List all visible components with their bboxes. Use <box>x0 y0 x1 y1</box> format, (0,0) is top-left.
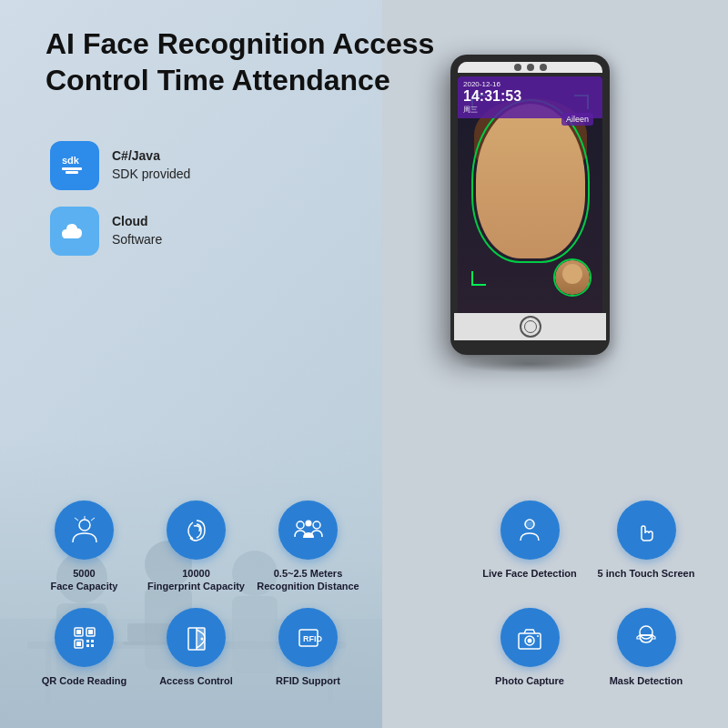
svg-rect-25 <box>88 630 93 634</box>
svg-point-43 <box>528 638 532 642</box>
badges-section: sdk C#/Java SDK provided Cloud Software <box>50 141 190 272</box>
cloud-badge: Cloud Software <box>50 207 190 256</box>
sdk-svg: sdk <box>58 149 91 182</box>
feature-qr-code: QR Code Reading <box>32 601 136 701</box>
face-capacity-label: 5000Face Capacity <box>51 567 118 593</box>
feature-live-face-detection: Live Face Detection <box>475 493 584 593</box>
cloud-text: Cloud Software <box>112 213 162 248</box>
fingerprint-capacity-icon <box>167 500 226 560</box>
access-control-icon <box>167 608 226 667</box>
svg-rect-30 <box>86 644 89 647</box>
title-line1: AI Face Recognition Access <box>46 25 434 62</box>
sdk-badge: sdk C#/Java SDK provided <box>50 141 190 190</box>
photo-capture-label: Photo Capture <box>495 674 564 687</box>
svg-rect-28 <box>86 640 89 642</box>
svg-line-16 <box>75 518 78 521</box>
svg-rect-14 <box>66 171 78 174</box>
sdk-icon: sdk <box>50 141 99 190</box>
face-capacity-icon <box>55 500 114 560</box>
svg-rect-27 <box>76 642 81 646</box>
page-container: AI Face Recognition Access Control Time … <box>0 0 728 728</box>
live-face-detection-icon <box>500 500 560 560</box>
feature-mask-detection: Mask Detection <box>592 601 701 701</box>
recognition-distance-label: 0.5~2.5 MetersRecognition Distance <box>257 567 359 593</box>
avatar-inner <box>555 260 590 295</box>
recognized-avatar <box>553 258 592 297</box>
fingerprint-capacity-label: 10000Fingerprint Capacity <box>147 567 245 593</box>
device-shadow <box>460 355 601 373</box>
device-date: 2020-12-16 <box>463 80 597 88</box>
device-name-display: Aileen <box>561 113 593 126</box>
feature-access-control: Access Control <box>144 601 248 701</box>
mask-detection-label: Mask Detection <box>610 674 683 687</box>
device-top-bar <box>458 62 602 73</box>
sensor-3 <box>540 64 547 71</box>
touch-screen-icon <box>617 500 676 560</box>
feature-recognition-distance: 0.5~2.5 MetersRecognition Distance <box>256 493 360 593</box>
device-screen: 2020-12-16 14:31:53 周三 Aileen <box>458 76 602 313</box>
qr-code-label: QR Code Reading <box>42 674 127 687</box>
rfid-label: RFID Support <box>276 674 340 687</box>
feature-fingerprint-capacity: 10000Fingerprint Capacity <box>144 493 248 593</box>
recognition-distance-icon <box>278 500 338 560</box>
device-wrapper: 2020-12-16 14:31:53 周三 Aileen <box>450 55 610 355</box>
svg-rect-23 <box>76 630 81 634</box>
svg-text:sdk: sdk <box>62 155 80 166</box>
features-left-section: 5000Face Capacity 10000Fingerprint Capac… <box>32 493 360 701</box>
svg-point-19 <box>297 521 304 529</box>
svg-point-15 <box>79 520 90 531</box>
svg-rect-31 <box>91 644 94 647</box>
mask-detection-icon <box>617 608 676 667</box>
face-recognition-device: 2020-12-16 14:31:53 周三 Aileen <box>450 55 610 355</box>
feature-face-capacity: 5000Face Capacity <box>32 493 136 593</box>
svg-point-21 <box>305 520 311 526</box>
feature-touch-screen: 5 inch Touch Screen <box>592 493 701 593</box>
screen-content: 2020-12-16 14:31:53 周三 Aileen <box>458 76 602 313</box>
sensor-1 <box>514 64 521 71</box>
cloud-icon <box>50 207 99 256</box>
rfid-icon: RFID <box>278 608 338 667</box>
feature-rfid: RFID RFID Support <box>256 601 360 701</box>
svg-rect-13 <box>62 167 82 170</box>
photo-capture-icon <box>500 608 560 667</box>
device-time: 14:31:53 <box>463 88 597 105</box>
svg-point-44 <box>537 635 539 637</box>
svg-line-17 <box>91 518 95 521</box>
touch-screen-label: 5 inch Touch Screen <box>598 567 695 580</box>
feature-photo-capture: Photo Capture <box>475 601 584 701</box>
sdk-text: C#/Java SDK provided <box>112 147 190 183</box>
device-fingerprint-area <box>454 313 606 340</box>
svg-rect-29 <box>91 640 94 642</box>
fingerprint-inner <box>524 320 537 333</box>
fingerprint-sensor <box>520 316 541 338</box>
svg-point-45 <box>640 626 652 639</box>
scan-corner-bl <box>471 271 486 286</box>
live-face-detection-label: Live Face Detection <box>482 567 576 580</box>
access-control-label: Access Control <box>159 674 233 687</box>
svg-point-20 <box>313 521 320 529</box>
cloud-svg <box>58 215 91 248</box>
features-right-section: Live Face Detection 5 inch Touch Screen <box>475 493 701 701</box>
sensor-2 <box>527 64 534 71</box>
qr-code-icon <box>55 608 114 667</box>
title-line2: Control Time Attendance <box>46 62 434 98</box>
page-title-block: AI Face Recognition Access Control Time … <box>46 25 434 98</box>
svg-point-34 <box>200 637 203 640</box>
svg-text:RFID: RFID <box>303 634 322 643</box>
